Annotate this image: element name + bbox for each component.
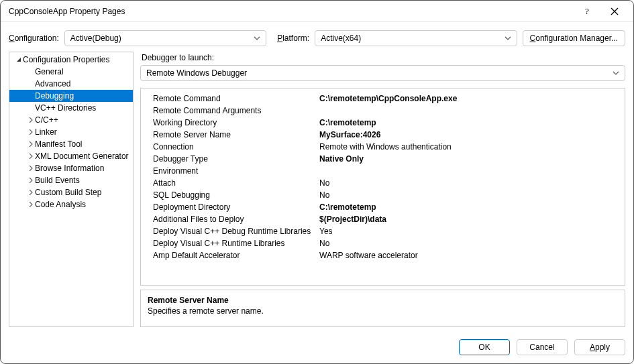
grid-value: C:\remotetemp bbox=[319, 202, 613, 212]
tree-item-label: Advanced bbox=[35, 79, 70, 88]
tree-item-label: C/C++ bbox=[35, 115, 58, 125]
grid-row[interactable]: Debugger TypeNative Only bbox=[141, 153, 625, 165]
grid-value: MySurface:4026 bbox=[319, 130, 613, 139]
close-button[interactable] bbox=[601, 1, 628, 22]
grid-key: SQL Debugging bbox=[153, 190, 319, 200]
tree-item[interactable]: Linker bbox=[9, 126, 134, 138]
apply-label: Apply bbox=[590, 343, 610, 352]
grid-row[interactable]: Deploy Visual C++ Debug Runtime Librarie… bbox=[141, 225, 625, 237]
arrow-collapsed-icon bbox=[27, 154, 35, 159]
tree-item[interactable]: XML Document Generator bbox=[9, 150, 134, 162]
configuration-label: Configuration: bbox=[9, 34, 59, 43]
cancel-button[interactable]: Cancel bbox=[517, 339, 568, 355]
grid-row[interactable]: Remote CommandC:\remotetemp\CppConsoleAp… bbox=[141, 93, 625, 105]
topbar: Configuration: Active(Debug) Platform: A… bbox=[1, 22, 633, 52]
tree-item-label: Linker bbox=[35, 127, 57, 137]
grid-key: Deploy Visual C++ Debug Runtime Librarie… bbox=[153, 227, 319, 236]
grid-row[interactable]: Amp Default AcceleratorWARP software acc… bbox=[141, 249, 625, 261]
grid-key: Debugger Type bbox=[153, 154, 319, 164]
grid-key: Environment bbox=[153, 166, 319, 176]
grid-row[interactable]: Deploy Visual C++ Runtime LibrariesNo bbox=[141, 237, 625, 249]
tree-item[interactable]: Build Events bbox=[9, 174, 134, 186]
tree-item-label: Build Events bbox=[35, 176, 80, 185]
grid-row[interactable]: Deployment DirectoryC:\remotetemp bbox=[141, 201, 625, 213]
grid-row[interactable]: AttachNo bbox=[141, 177, 625, 189]
grid-row[interactable]: Remote Command Arguments bbox=[141, 105, 625, 117]
debugger-launch-combo[interactable]: Remote Windows Debugger bbox=[140, 65, 625, 81]
grid-key: Remote Server Name bbox=[153, 130, 319, 139]
grid-value: $(ProjectDir)\data bbox=[319, 215, 613, 224]
description-box: Remote Server Name Specifies a remote se… bbox=[140, 290, 625, 327]
help-icon: ? bbox=[584, 7, 591, 16]
grid-value: C:\remotetemp\CppConsoleApp.exe bbox=[319, 94, 613, 103]
right-panel: Debugger to launch: Remote Windows Debug… bbox=[140, 52, 625, 327]
arrow-collapsed-icon bbox=[27, 202, 35, 207]
apply-button[interactable]: Apply bbox=[574, 339, 625, 355]
grid-row[interactable]: Environment bbox=[141, 165, 625, 177]
grid-row[interactable]: SQL DebuggingNo bbox=[141, 189, 625, 201]
grid-key: Working Directory bbox=[153, 118, 319, 127]
tree-item-label: Debugging bbox=[35, 91, 74, 101]
grid-value: No bbox=[319, 178, 613, 188]
window-title: CppConsoleApp Property Pages bbox=[9, 7, 574, 16]
debugger-launch-value: Remote Windows Debugger bbox=[146, 68, 247, 78]
tree-item[interactable]: Manifest Tool bbox=[9, 138, 134, 150]
tree-item-label: General bbox=[35, 67, 64, 76]
grid-row[interactable]: Additional Files to Deploy$(ProjectDir)\… bbox=[141, 213, 625, 225]
grid-value: WARP software accelerator bbox=[319, 251, 613, 260]
close-icon bbox=[611, 7, 619, 15]
debugger-launch-label: Debugger to launch: bbox=[142, 53, 625, 62]
configuration-combo[interactable]: Active(Debug) bbox=[64, 30, 266, 46]
platform-combo[interactable]: Active(x64) bbox=[315, 30, 517, 46]
cancel-label: Cancel bbox=[529, 343, 554, 352]
tree-view[interactable]: Configuration PropertiesGeneralAdvancedD… bbox=[9, 52, 134, 327]
tree-item-label: Code Analysis bbox=[35, 200, 86, 209]
arrow-collapsed-icon bbox=[27, 129, 35, 135]
tree-item-label: XML Document Generator bbox=[35, 151, 129, 161]
arrow-collapsed-icon bbox=[27, 190, 35, 195]
grid-value: Native Only bbox=[319, 154, 613, 164]
configuration-manager-label: Configuration Manager... bbox=[530, 34, 618, 43]
description-title: Remote Server Name bbox=[148, 296, 618, 305]
chevron-down-icon bbox=[254, 36, 260, 40]
configuration-manager-button[interactable]: Configuration Manager... bbox=[523, 30, 625, 46]
tree-item[interactable]: VC++ Directories bbox=[9, 102, 134, 114]
tree-item[interactable]: Custom Build Step bbox=[9, 186, 134, 198]
tree-item[interactable]: Browse Information bbox=[9, 162, 134, 174]
grid-row[interactable]: ConnectionRemote with Windows authentica… bbox=[141, 141, 625, 153]
tree-item[interactable]: Advanced bbox=[9, 78, 134, 90]
help-button[interactable]: ? bbox=[574, 1, 601, 22]
tree-item-label: Configuration Properties bbox=[23, 55, 109, 64]
grid-row[interactable]: Remote Server NameMySurface:4026 bbox=[141, 129, 625, 141]
tree-item[interactable]: C/C++ bbox=[9, 114, 134, 126]
tree-item-label: Browse Information bbox=[35, 164, 104, 173]
tree-item[interactable]: Configuration Properties bbox=[9, 54, 134, 66]
ok-button[interactable]: OK bbox=[459, 339, 510, 355]
platform-label: Platform: bbox=[277, 34, 309, 43]
grid-key: Remote Command Arguments bbox=[153, 106, 319, 115]
grid-key: Connection bbox=[153, 142, 319, 151]
grid-key: Attach bbox=[153, 178, 319, 188]
tree-item[interactable]: Code Analysis bbox=[9, 198, 134, 210]
tree-item-label: VC++ Directories bbox=[35, 103, 96, 113]
grid-row[interactable]: Working DirectoryC:\remotetemp bbox=[141, 117, 625, 129]
arrow-collapsed-icon bbox=[27, 166, 35, 171]
dialog-buttons: OK Cancel Apply bbox=[1, 332, 633, 363]
tree-item-label: Manifest Tool bbox=[35, 139, 82, 149]
main-area: Configuration PropertiesGeneralAdvancedD… bbox=[1, 52, 633, 332]
dialog-window: CppConsoleApp Property Pages ? Configura… bbox=[0, 0, 634, 364]
configuration-value: Active(Debug) bbox=[70, 34, 121, 43]
arrow-collapsed-icon bbox=[27, 117, 35, 123]
grid-value: No bbox=[319, 239, 613, 248]
grid-key: Additional Files to Deploy bbox=[153, 215, 319, 224]
arrow-collapsed-icon bbox=[27, 178, 35, 183]
chevron-down-icon bbox=[505, 36, 511, 40]
grid-key: Amp Default Accelerator bbox=[153, 251, 319, 260]
grid-key: Deployment Directory bbox=[153, 202, 319, 212]
grid-key: Deploy Visual C++ Runtime Libraries bbox=[153, 239, 319, 248]
property-grid[interactable]: Remote CommandC:\remotetemp\CppConsoleAp… bbox=[140, 88, 625, 286]
platform-value: Active(x64) bbox=[321, 34, 361, 43]
tree-item[interactable]: Debugging bbox=[9, 90, 134, 102]
tree-item[interactable]: General bbox=[9, 66, 134, 78]
grid-value: Remote with Windows authentication bbox=[319, 142, 613, 151]
